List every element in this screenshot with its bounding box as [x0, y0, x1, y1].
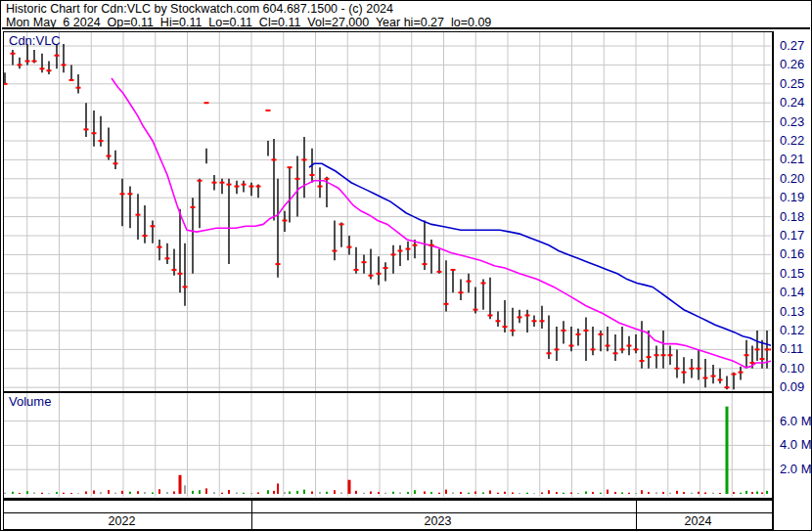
price-axis-label: 0.25 — [780, 76, 804, 91]
price-axis-label: 0.26 — [780, 57, 804, 71]
price-axis-label: 0.12 — [780, 323, 804, 337]
price-axis-label: 0.19 — [780, 190, 804, 204]
price-axis-label: 0.16 — [780, 246, 804, 261]
price-axis-label: 0.20 — [780, 171, 804, 186]
volume-label: Volume — [9, 394, 51, 409]
historic-chart-window: Historic Chart for Cdn:VLC by Stockwatch… — [0, 0, 812, 531]
x-axis-spacer-row — [4, 501, 772, 513]
price-axis-label: 0.27 — [780, 38, 804, 53]
price-axis-label: 0.24 — [780, 95, 804, 110]
price-axis-label: 0.13 — [780, 304, 804, 319]
year-label: 2024 — [685, 514, 712, 528]
symbol-label: Cdn:VLC — [9, 33, 61, 48]
title-line-2: Mon May 6 2024 Op=0.11 Hi=0.11 Lo=0.11 C… — [6, 16, 810, 29]
year-divider — [251, 501, 252, 529]
price-axis-label: 0.18 — [780, 209, 804, 224]
price-axis-label: 0.14 — [780, 285, 804, 299]
volume-chart-plot[interactable] — [4, 393, 771, 497]
price-axis-label: 0.10 — [780, 361, 804, 376]
year-label: 2022 — [109, 514, 136, 528]
price-axis-label: 0.22 — [780, 133, 804, 148]
year-divider — [636, 501, 637, 529]
year-label: 2023 — [425, 514, 452, 528]
price-axis-label: 0.21 — [780, 152, 804, 166]
price-axis-label: 0.23 — [780, 114, 804, 129]
price-axis-label: 0.09 — [780, 379, 804, 394]
price-axis-label: 0.11 — [780, 341, 803, 356]
title-bar: Historic Chart for Cdn:VLC by Stockwatch… — [2, 1, 810, 29]
year-divider — [772, 501, 773, 529]
price-axis-label: 0.15 — [780, 266, 804, 281]
price-axis-label: 0.17 — [780, 228, 804, 243]
price-chart-plot[interactable] — [4, 32, 771, 391]
x-axis-strip: 202220232024 — [3, 500, 774, 530]
title-line-1: Historic Chart for Cdn:VLC by Stockwatch… — [6, 2, 810, 16]
volume-axis-label: 6.0 M — [780, 414, 812, 428]
volume-axis-label: 4.0 M — [780, 437, 812, 452]
volume-chart-panel[interactable]: Volume — [3, 392, 774, 500]
price-chart-panel[interactable]: Cdn:VLC — [3, 31, 774, 392]
volume-axis-label: 2.0 M — [780, 462, 812, 476]
